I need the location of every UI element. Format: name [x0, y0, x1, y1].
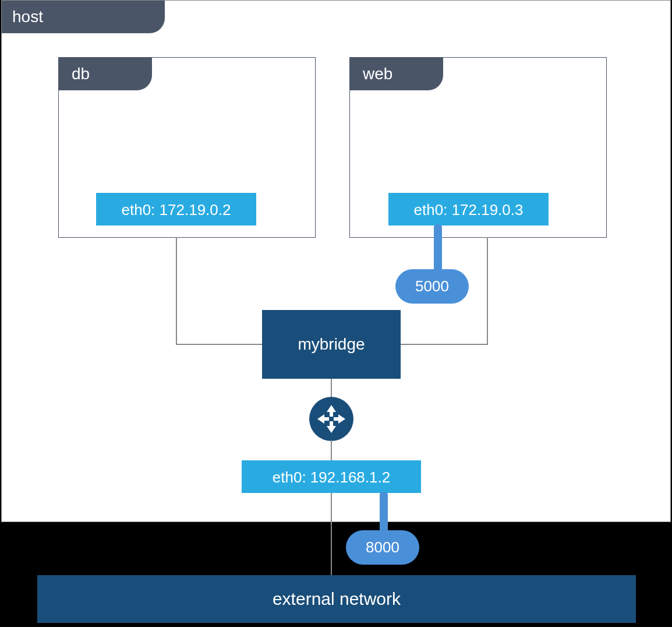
bridge-box: mybridge [262, 310, 401, 379]
svg-marker-2 [317, 414, 329, 424]
nat-router-icon [309, 397, 353, 441]
svg-marker-1 [327, 421, 336, 433]
web-label: web [350, 58, 443, 90]
host-box: host db web [1, 0, 671, 522]
host-interface: eth0: 192.168.1.2 [242, 460, 421, 493]
db-interface: eth0: 172.19.0.2 [96, 193, 256, 226]
svg-marker-0 [327, 405, 336, 417]
db-bridge-connector-h [176, 344, 263, 345]
web-bridge-connector [487, 237, 488, 345]
host-port-connector [380, 492, 388, 534]
nat-hostiface-connector [331, 440, 332, 461]
external-network-box: external network [37, 575, 636, 623]
web-port: 5000 [395, 269, 469, 304]
web-bridge-connector-h [399, 344, 488, 345]
db-bridge-connector [176, 237, 177, 345]
svg-marker-3 [334, 414, 345, 424]
web-port-connector [434, 224, 442, 272]
hostiface-ext-connector [331, 493, 332, 576]
db-label: db [59, 58, 152, 90]
web-interface: eth0: 172.19.0.3 [388, 193, 549, 226]
external-port: 8000 [346, 530, 419, 565]
host-label: host [2, 1, 165, 33]
